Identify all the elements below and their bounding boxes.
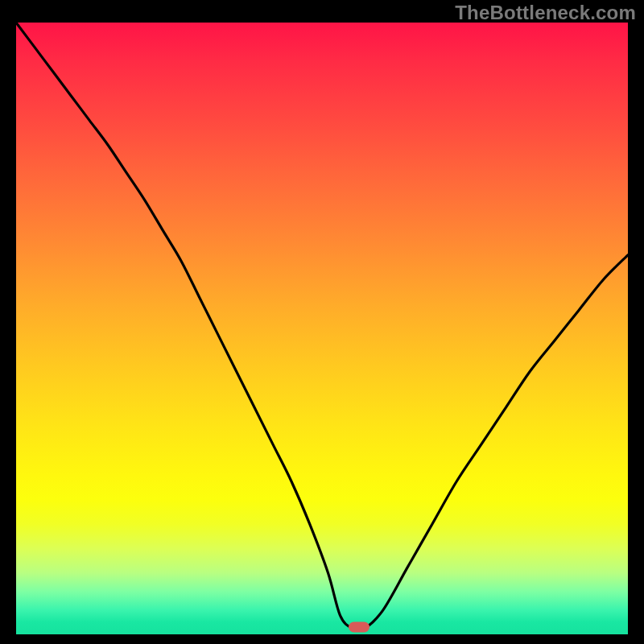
optimal-marker bbox=[349, 621, 369, 632]
watermark-text: TheBottleneck.com bbox=[455, 2, 636, 24]
bottleneck-curve-path bbox=[16, 23, 628, 630]
curve-svg bbox=[16, 23, 628, 634]
plot-area bbox=[16, 23, 628, 634]
chart-frame: TheBottleneck.com bbox=[0, 0, 644, 644]
